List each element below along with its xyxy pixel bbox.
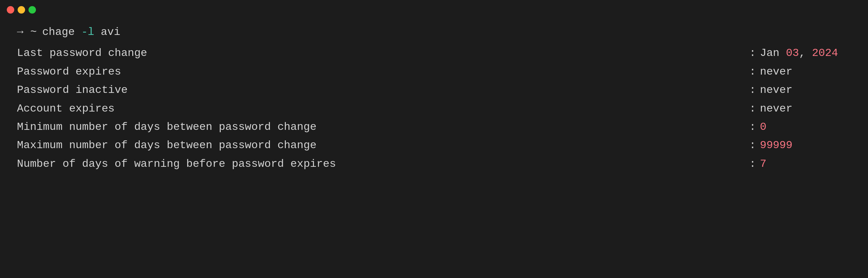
prompt-arrow: → [17, 23, 23, 41]
command-line: → ~ chage -l avi [17, 23, 851, 41]
row-label: Minimum number of days between password … [17, 118, 316, 136]
output-table: Last password change : Jan 03, 2024 Pass… [17, 44, 851, 173]
table-row: Account expires : never [17, 100, 851, 118]
row-label: Number of days of warning before passwor… [17, 155, 336, 173]
table-row: Maximum number of days between password … [17, 136, 851, 155]
colon: : [749, 81, 756, 99]
row-value: : never [749, 63, 851, 81]
close-button[interactable] [7, 6, 14, 14]
colon: : [749, 100, 756, 118]
row-value: : 99999 [749, 136, 851, 155]
value-text: never [760, 100, 792, 118]
value-text: Jan 03, 2024 [760, 44, 838, 62]
value-text: never [760, 63, 792, 81]
title-bar [0, 0, 868, 20]
value-text: 0 [760, 118, 766, 136]
table-row: Password expires : never [17, 63, 851, 81]
table-row: Last password change : Jan 03, 2024 [17, 44, 851, 62]
terminal-window: → ~ chage -l avi Last password change : … [0, 0, 868, 278]
row-value: : never [749, 100, 851, 118]
terminal-content: → ~ chage -l avi Last password change : … [0, 20, 868, 183]
row-label: Password expires [17, 63, 121, 81]
colon: : [749, 44, 756, 62]
colon: : [749, 63, 756, 81]
prompt-tilde: ~ [30, 23, 37, 41]
row-label: Password inactive [17, 81, 127, 99]
row-label: Account expires [17, 100, 115, 118]
table-row: Minimum number of days between password … [17, 118, 851, 136]
maximize-button[interactable] [28, 6, 36, 14]
colon: : [749, 118, 756, 136]
row-value: : 0 [749, 118, 851, 136]
table-row: Password inactive : never [17, 81, 851, 99]
colon: : [749, 155, 756, 173]
row-value: : never [749, 81, 851, 99]
command-flag: -l [81, 23, 94, 41]
minimize-button[interactable] [18, 6, 25, 14]
value-text: 7 [760, 155, 766, 173]
value-text: never [760, 81, 792, 99]
row-label: Last password change [17, 44, 147, 62]
command-name: chage [42, 23, 75, 41]
row-value: : 7 [749, 155, 851, 173]
table-row: Number of days of warning before passwor… [17, 155, 851, 173]
value-text: 99999 [760, 136, 792, 155]
row-label: Maximum number of days between password … [17, 136, 316, 155]
colon: : [749, 136, 756, 155]
row-value: : Jan 03, 2024 [749, 44, 851, 62]
command-arg: avi [101, 23, 120, 41]
